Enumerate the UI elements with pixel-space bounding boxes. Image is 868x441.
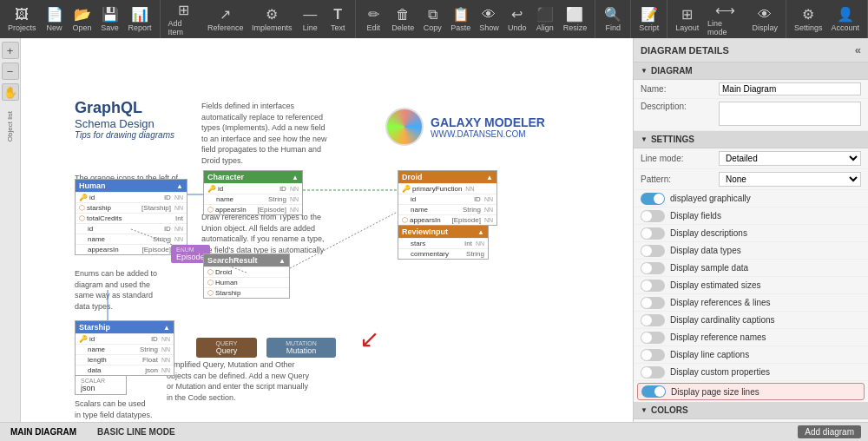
toolbar-layout[interactable]: ⊞Layout (671, 4, 703, 34)
toolbar-resize[interactable]: ⬜Resize (559, 4, 592, 34)
table-character-header: Character ▲ (204, 171, 302, 183)
mutation-block[interactable]: MUTATION Mutation (266, 338, 336, 358)
table-searchresult-header: SearchResult ▲ (204, 254, 289, 267)
json-scalar-block[interactable]: SCALAR json (75, 375, 127, 395)
toggle-display-reference-names-switch[interactable] (641, 332, 665, 344)
table-row: idIDNN (76, 223, 187, 234)
toggle-display-descriptions[interactable]: Display descriptions (634, 225, 868, 242)
toggle-display-line-captions-switch[interactable] (641, 349, 665, 361)
table-reviewinput[interactable]: ReviewInput ▲ starsIntNN commentaryStrin… (398, 225, 489, 260)
toolbar-paste[interactable]: 📋Paste (446, 4, 475, 34)
toggle-displayed-graphically[interactable]: displayed graphically (634, 190, 868, 207)
toolbar-group-find: 🔍Find (595, 0, 631, 38)
toggle-display-estimated-sizes-switch[interactable] (641, 280, 665, 292)
toolbar-additem[interactable]: ⊞ Add Item (164, 0, 204, 38)
toolbar-open[interactable]: 📂 Open (69, 4, 96, 34)
hand-tool-button[interactable]: ✋ (2, 83, 19, 101)
toggle-display-cardinality[interactable]: Display cardinality captions (634, 312, 868, 329)
toggle-display-data-types[interactable]: Display data types (634, 242, 868, 260)
toolbar-group-file: 🖼 Projects 📄 New 📂 Open 💾 Save 📊 Report (0, 0, 161, 38)
toggle-display-cardinality-switch[interactable] (641, 314, 665, 326)
toggle-display-line-captions[interactable]: Display line captions (634, 346, 868, 364)
toggle-display-reference-names[interactable]: Display reference names (634, 329, 868, 346)
diagram-section-header[interactable]: ▼ DIAGRAM (634, 63, 868, 80)
toggle-displayed-graphically-switch[interactable] (641, 193, 665, 205)
toolbar-delete[interactable]: 🗑Delete (387, 5, 418, 34)
query-block[interactable]: QUERY Query (196, 338, 257, 358)
toolbar-copy[interactable]: ⧉Copy (418, 5, 446, 34)
additem-icon: ⊞ (178, 2, 189, 18)
diagram-description-input[interactable] (719, 102, 861, 126)
save-icon: 💾 (102, 6, 119, 23)
toggle-display-sample-data-switch[interactable] (641, 262, 665, 274)
panel-close-button[interactable]: « (855, 43, 861, 56)
table-row: idIDNN (398, 194, 496, 204)
toolbar-projects[interactable]: 🖼 Projects (3, 5, 41, 34)
canvas-title: GraphQL (75, 99, 174, 117)
table-droid[interactable]: Droid ▲ 🔑primaryFunctionNN idIDNN nameSt… (398, 170, 497, 226)
toggle-display-fields-switch[interactable] (641, 210, 665, 222)
line-mode-select[interactable]: Detailed (719, 151, 861, 166)
colors-section-header[interactable]: ▼ COLORS (634, 402, 868, 419)
pattern-select[interactable]: None (719, 172, 861, 187)
implements-icon: ⚙ (266, 6, 278, 23)
toolbar-linemode[interactable]: ⟷Line mode (703, 0, 748, 38)
toolbar-display[interactable]: 👁Display (748, 5, 782, 34)
table-human[interactable]: Human ▲ 🔑idIDNN ⬡starship[Starship]NN ⬡t… (75, 179, 187, 255)
toolbar-settings[interactable]: ⚙Settings (790, 4, 827, 34)
toolbar-line[interactable]: — Line (296, 5, 324, 34)
toolbar-align[interactable]: ⬛Align (531, 4, 559, 34)
toolbar-report[interactable]: 📊 Report (124, 4, 156, 34)
add-diagram-button[interactable]: Add diagram (798, 425, 861, 438)
toolbar-account[interactable]: 👤Account (826, 4, 864, 34)
toggle-display-sample-data[interactable]: Display sample data (634, 260, 868, 277)
toggle-display-descriptions-switch[interactable] (641, 227, 665, 240)
toolbar-find[interactable]: 🔍Find (599, 4, 627, 34)
section-arrow-icon: ▼ (641, 67, 648, 75)
canvas[interactable]: GraphQL Schema Design Tips for drawing d… (21, 38, 634, 422)
toggle-display-references[interactable]: Display references & lines (634, 294, 868, 312)
toggle-display-fields[interactable]: Display fields (634, 207, 868, 225)
toggle-display-data-types-switch[interactable] (641, 245, 665, 257)
toggle-display-page-size-lines[interactable]: Display page size lines (637, 383, 865, 400)
toolbar-save[interactable]: 💾 Save (96, 4, 124, 34)
toolbar-undo[interactable]: ↩Undo (503, 4, 531, 34)
tab-main-diagram[interactable]: MAIN DIAGRAM (7, 425, 80, 438)
toolbar-new[interactable]: 📄 New (41, 4, 69, 34)
table-starship[interactable]: Starship ▲ 🔑idIDNN nameStringNN lengthFl… (75, 320, 174, 376)
table-searchresult[interactable]: SearchResult ▲ ⬡Droid ⬡Human ⬡Starship (203, 253, 290, 299)
bottom-bar: MAIN DIAGRAM BASIC LINE MODE Add diagram (0, 422, 868, 441)
table-row: ⬡starship[Starship]NN (76, 202, 187, 213)
logo-area: GALAXY MODELER WWW.DATANSEN.COM (385, 108, 545, 146)
settings-section-header[interactable]: ▼ SETTINGS (634, 131, 868, 148)
canvas-subtitle: Schema Design (75, 117, 174, 130)
table-starship-header: Starship ▲ (76, 321, 174, 333)
toggle-display-page-size-lines-switch[interactable] (641, 385, 666, 398)
toolbar-show[interactable]: 👁Show (475, 5, 503, 34)
table-droid-header: Droid ▲ (398, 171, 496, 183)
toggle-display-estimated-sizes[interactable]: Display estimated sizes (634, 277, 868, 294)
toggle-display-references-switch[interactable] (641, 297, 665, 309)
report-icon: 📊 (131, 6, 148, 23)
toolbar-script[interactable]: 📝Script (635, 4, 663, 34)
colors-arrow-icon: ▼ (641, 406, 648, 414)
text-icon: T (333, 7, 342, 23)
diagram-name-input[interactable] (719, 82, 861, 95)
settings-arrow-icon: ▼ (641, 135, 648, 143)
zoom-out-button[interactable]: − (2, 63, 19, 80)
main-area: + − ✋ Object list GraphQL Schema Design … (0, 38, 868, 422)
zoom-in-button[interactable]: + (2, 42, 19, 59)
toggle-display-custom-properties[interactable]: Display custom properties (634, 364, 868, 381)
pattern-row: Pattern: None (634, 169, 868, 190)
panel-header: DIAGRAM DETAILS « (634, 38, 868, 63)
tab-basic-line-mode[interactable]: BASIC LINE MODE (94, 425, 178, 438)
table-character[interactable]: Character ▲ 🔑idIDNN nameStringNN ⬡appear… (203, 170, 303, 215)
table-row: nameStringNN (398, 204, 496, 214)
line-mode-row: Line mode: Detailed (634, 148, 868, 169)
toolbar-text[interactable]: T Text (324, 5, 352, 34)
toolbar-implements[interactable]: ⚙ Implements (247, 4, 296, 34)
table-row: ⬡totalCreditsInt (76, 213, 187, 223)
toolbar-reference[interactable]: ↗ Reference (203, 4, 247, 34)
toolbar-edit[interactable]: ✏Edit (359, 4, 387, 34)
toggle-display-custom-properties-switch[interactable] (641, 366, 665, 378)
